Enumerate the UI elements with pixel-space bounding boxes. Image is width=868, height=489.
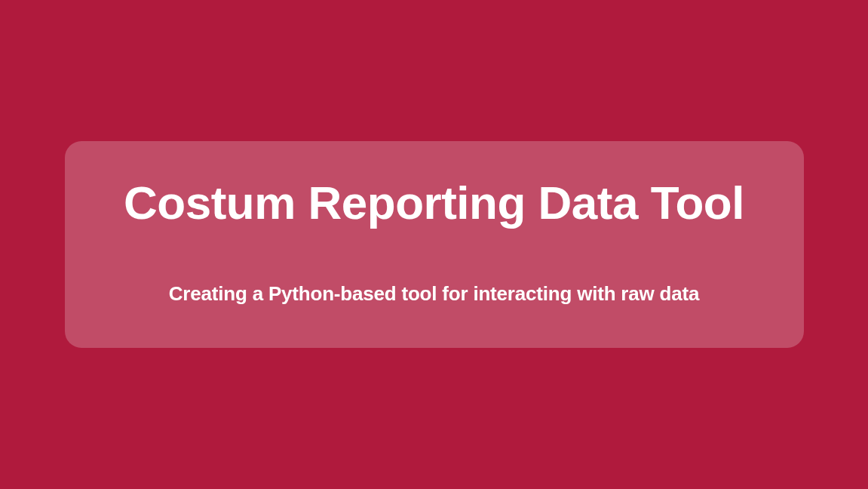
title-card: Costum Reporting Data Tool Creating a Py… <box>65 141 804 347</box>
slide-title: Costum Reporting Data Tool <box>94 177 775 229</box>
slide-subtitle: Creating a Python-based tool for interac… <box>94 282 775 306</box>
